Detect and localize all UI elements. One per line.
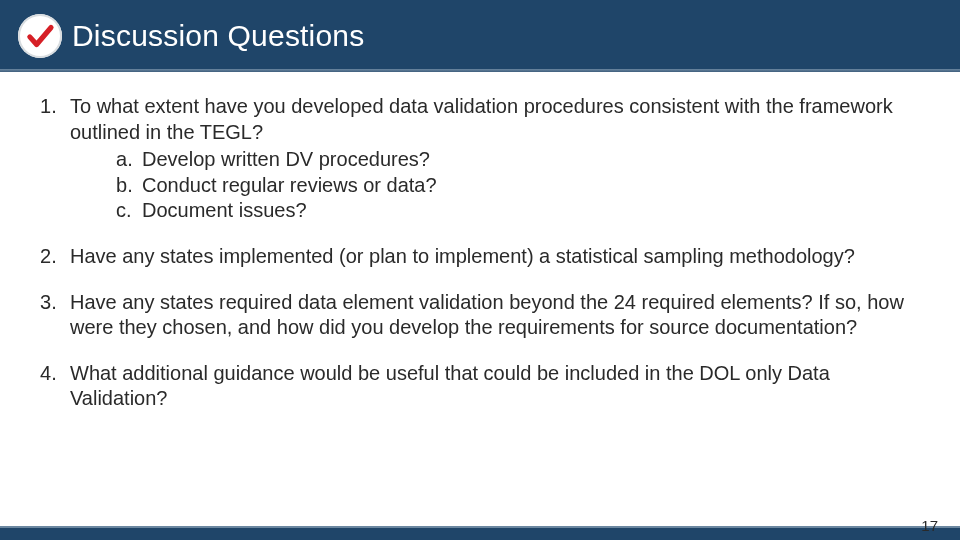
page-number: 17 [921, 517, 938, 534]
question-text: To what extent have you developed data v… [70, 95, 893, 143]
question-text: Have any states required data element va… [70, 291, 904, 339]
question-item: Have any states implemented (or plan to … [40, 244, 920, 270]
question-item: Have any states required data element va… [40, 290, 920, 341]
check-icon [18, 14, 62, 58]
slide: Discussion Questions To what extent have… [0, 0, 960, 540]
question-item: What additional guidance would be useful… [40, 361, 920, 412]
sub-item: Document issues? [116, 198, 920, 224]
question-item: To what extent have you developed data v… [40, 94, 920, 224]
sub-list: Develop written DV procedures? Conduct r… [70, 147, 920, 224]
sub-item: Develop written DV procedures? [116, 147, 920, 173]
question-text: Have any states implemented (or plan to … [70, 245, 855, 267]
slide-header: Discussion Questions [0, 0, 960, 72]
slide-body: To what extent have you developed data v… [0, 72, 960, 526]
question-list: To what extent have you developed data v… [40, 94, 920, 412]
sub-item: Conduct regular reviews or data? [116, 173, 920, 199]
question-text: What additional guidance would be useful… [70, 362, 830, 410]
slide-title: Discussion Questions [72, 19, 364, 53]
footer-bar [0, 526, 960, 540]
